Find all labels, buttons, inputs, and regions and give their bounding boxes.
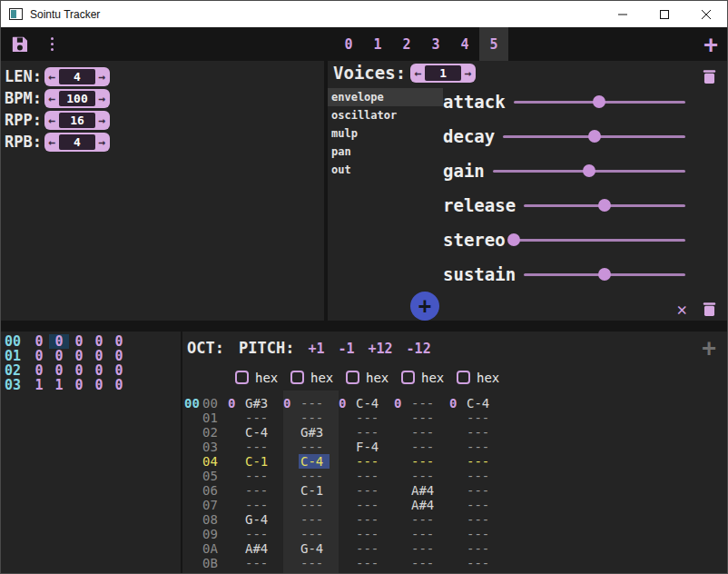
note-cell[interactable]: --- bbox=[354, 498, 385, 512]
voices-increment-button[interactable]: → bbox=[461, 64, 475, 83]
note-cell[interactable]: --- bbox=[243, 440, 274, 454]
slider-knob-release[interactable] bbox=[598, 199, 611, 212]
song-order-cell[interactable]: 1 bbox=[49, 378, 69, 392]
tab-instrument-0[interactable]: 0 bbox=[334, 27, 363, 61]
hex-checkbox-track-4[interactable] bbox=[457, 371, 470, 384]
note-cell[interactable]: --- bbox=[465, 512, 496, 527]
note-cell[interactable]: C-1 bbox=[243, 454, 274, 469]
param-slider-attack[interactable] bbox=[514, 95, 685, 108]
note-cell[interactable]: G-4 bbox=[299, 541, 330, 556]
note-cell[interactable]: --- bbox=[465, 469, 496, 483]
song-order-cell[interactable]: 0 bbox=[49, 349, 69, 363]
add-instrument-button[interactable]: + bbox=[703, 33, 718, 56]
note-cell[interactable]: --- bbox=[409, 556, 440, 570]
maximize-button[interactable] bbox=[644, 1, 685, 27]
note-cell[interactable]: --- bbox=[299, 498, 330, 512]
song-order-cell[interactable]: 1 bbox=[29, 378, 49, 392]
add-track-button[interactable]: + bbox=[702, 336, 716, 360]
song-order-cell[interactable]: 0 bbox=[109, 363, 129, 378]
song-order-cell[interactable]: 0 bbox=[69, 363, 89, 378]
tab-instrument-2[interactable]: 2 bbox=[392, 27, 421, 61]
hex-checkbox-track-2[interactable] bbox=[346, 371, 359, 384]
rpb-decrement-button[interactable]: ← bbox=[45, 133, 59, 152]
hex-checkbox-track-1[interactable] bbox=[290, 371, 304, 384]
param-slider-release[interactable] bbox=[524, 199, 685, 212]
note-cell[interactable]: --- bbox=[465, 440, 496, 454]
unit-item-mulp[interactable]: mulp bbox=[328, 124, 443, 143]
note-cell[interactable]: --- bbox=[243, 469, 274, 483]
note-cell[interactable]: C-4 bbox=[243, 425, 274, 440]
song-order-cell[interactable]: 0 bbox=[29, 334, 49, 349]
add-unit-button[interactable]: + bbox=[410, 292, 439, 321]
delete-instrument-button[interactable] bbox=[701, 67, 718, 85]
voices-decrement-button[interactable]: ← bbox=[411, 64, 425, 83]
save-button[interactable] bbox=[10, 35, 29, 54]
note-cell[interactable]: --- bbox=[299, 469, 330, 483]
note-cell[interactable]: --- bbox=[354, 556, 385, 570]
song-order-cell[interactable]: 0 bbox=[69, 349, 89, 363]
song-order-cell[interactable]: 0 bbox=[89, 363, 109, 378]
rpp-decrement-button[interactable]: ← bbox=[45, 111, 59, 130]
rpp-value[interactable]: 16 bbox=[59, 113, 95, 128]
note-cell[interactable]: --- bbox=[409, 512, 440, 527]
note-cell[interactable]: --- bbox=[354, 527, 385, 541]
unit-item-out[interactable]: out bbox=[328, 161, 443, 179]
note-cell[interactable]: C-1 bbox=[299, 483, 330, 498]
note-cell[interactable]: --- bbox=[243, 411, 274, 425]
note-cell[interactable]: --- bbox=[299, 411, 330, 425]
unit-item-oscillator[interactable]: oscillator bbox=[328, 106, 443, 124]
song-order-cell[interactable]: 0 bbox=[109, 378, 129, 392]
rpb-increment-button[interactable]: → bbox=[95, 133, 109, 152]
song-order-cell[interactable]: 0 bbox=[49, 363, 69, 378]
note-cell[interactable]: --- bbox=[465, 411, 496, 425]
param-slider-sustain[interactable] bbox=[524, 268, 685, 281]
note-cell[interactable]: --- bbox=[465, 498, 496, 512]
song-order-cell[interactable]: 0 bbox=[89, 349, 109, 363]
song-order-cell[interactable]: 0 bbox=[69, 378, 89, 392]
slider-knob-decay[interactable] bbox=[588, 130, 601, 143]
pitch-button-plus1[interactable]: +1 bbox=[308, 341, 324, 357]
slider-knob-gain[interactable] bbox=[583, 164, 595, 177]
song-order-cell[interactable]: 0 bbox=[89, 334, 109, 349]
note-cell[interactable]: --- bbox=[299, 556, 330, 570]
note-cell[interactable]: F-4 bbox=[354, 440, 385, 454]
note-cell[interactable]: --- bbox=[409, 469, 440, 483]
song-order-cell-cursor[interactable]: 0 bbox=[49, 334, 69, 349]
pitch-button-plus12[interactable]: +12 bbox=[369, 341, 393, 357]
song-order-cell[interactable]: 0 bbox=[29, 363, 49, 378]
len-decrement-button[interactable]: ← bbox=[45, 67, 59, 86]
bpm-value[interactable]: 100 bbox=[59, 91, 95, 106]
note-cell[interactable]: --- bbox=[243, 483, 274, 498]
note-cell[interactable]: --- bbox=[299, 396, 330, 411]
note-cell[interactable]: --- bbox=[465, 541, 496, 556]
note-cell[interactable]: --- bbox=[243, 527, 274, 541]
slider-knob-stereo[interactable] bbox=[507, 233, 520, 246]
bpm-increment-button[interactable]: → bbox=[95, 89, 109, 108]
tab-instrument-1[interactable]: 1 bbox=[363, 27, 392, 61]
note-cell-cursor[interactable]: C-4 bbox=[299, 454, 330, 469]
pitch-button-minus1[interactable]: -1 bbox=[338, 341, 354, 357]
tab-instrument-5[interactable]: 5 bbox=[479, 27, 508, 61]
note-cell[interactable]: C-4 bbox=[465, 396, 496, 411]
hex-checkbox-track-3[interactable] bbox=[401, 371, 415, 384]
note-cell[interactable]: A#4 bbox=[243, 541, 274, 556]
note-cell[interactable]: --- bbox=[354, 541, 385, 556]
clear-unit-button[interactable]: ✕ bbox=[677, 299, 687, 319]
unit-item-envelope[interactable]: envelope bbox=[328, 88, 443, 106]
voices-value[interactable]: 1 bbox=[425, 65, 461, 81]
menu-kebab-button[interactable] bbox=[51, 37, 54, 51]
param-slider-decay[interactable] bbox=[503, 130, 685, 143]
note-cell[interactable]: --- bbox=[243, 556, 274, 570]
note-cell[interactable]: --- bbox=[354, 425, 385, 440]
slider-knob-attack[interactable] bbox=[593, 95, 605, 108]
note-cell[interactable]: --- bbox=[465, 483, 496, 498]
note-cell[interactable]: --- bbox=[409, 411, 440, 425]
note-cell[interactable]: --- bbox=[409, 440, 440, 454]
song-order-cell[interactable]: 0 bbox=[69, 334, 89, 349]
note-cell[interactable]: G#3 bbox=[299, 425, 330, 440]
song-order-cell[interactable]: 0 bbox=[29, 349, 49, 363]
note-cell[interactable]: A#4 bbox=[409, 498, 440, 512]
rpb-value[interactable]: 4 bbox=[59, 134, 95, 150]
note-cell[interactable]: --- bbox=[409, 425, 440, 440]
note-cell[interactable]: --- bbox=[465, 454, 496, 469]
